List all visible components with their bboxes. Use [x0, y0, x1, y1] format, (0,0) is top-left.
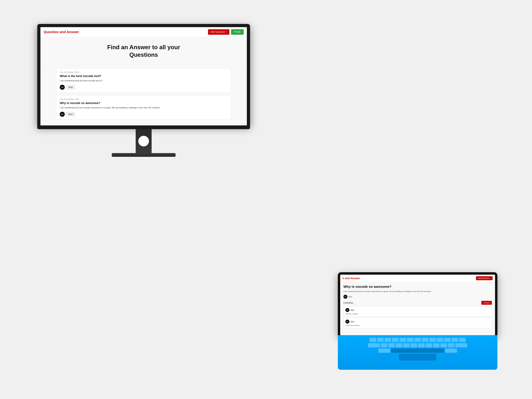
- answer-avatar-icon: </>: [345, 308, 349, 312]
- tablet-content: Why is nocode so awesome? I am wondering…: [340, 282, 495, 335]
- key: [403, 343, 410, 347]
- key: [381, 343, 387, 347]
- key: [440, 343, 447, 347]
- tablet-frame: n and Answer Add Question + Why is nocod…: [338, 272, 497, 335]
- tablet-author-name: Noel: [348, 296, 352, 298]
- answer-author-name: Noel: [350, 321, 354, 323]
- key: [429, 338, 436, 342]
- answers-count: 2 Answers: [343, 302, 353, 304]
- question-body: I am wondering why the nocode movement i…: [60, 106, 228, 109]
- question-body: I am wondering what the best nocode tool…: [60, 79, 228, 82]
- answer-author-row: </> Noel: [345, 308, 490, 312]
- question-author: </> Noel: [60, 112, 228, 117]
- profile-button[interactable]: Profile: [231, 29, 244, 35]
- author-name: Noel: [66, 112, 75, 116]
- tablet-question-title: Why is nocode so awesome?: [343, 285, 492, 289]
- key: [433, 343, 440, 347]
- answer-card: </> Noel Nocode is great!: [343, 306, 492, 317]
- key: [396, 343, 402, 347]
- desktop-hero: Find an Answer to all your Questions: [40, 37, 247, 65]
- monitor-frame: Question and Answer Add Question + Profi…: [37, 24, 250, 125]
- key: [370, 338, 376, 342]
- question-card[interactable]: Thu 31 October, 2019 What is the best no…: [56, 68, 231, 93]
- author-name: Noel: [66, 85, 75, 89]
- key: [418, 343, 425, 347]
- question-title: Why is nocode so awesome?: [60, 101, 228, 105]
- key: [451, 338, 458, 342]
- tablet-device: n and Answer Add Question + Why is nocod…: [338, 272, 497, 370]
- keyboard-row-2: [341, 343, 494, 347]
- answer-text: I also love nocode: [345, 324, 490, 326]
- author-avatar-icon: </>: [60, 85, 65, 90]
- monitor-bezel-bottom: [37, 125, 250, 129]
- question-author: </> Noel: [60, 85, 228, 90]
- hero-heading: Find an Answer to all your Questions: [44, 43, 244, 58]
- key: [388, 343, 395, 347]
- key: [399, 338, 406, 342]
- key: [422, 338, 428, 342]
- tablet-navbar: n and Answer Add Question +: [340, 275, 495, 282]
- question-date: Thu 31 October, 2019: [60, 71, 228, 73]
- keyboard-row-3: [341, 348, 494, 353]
- desktop-monitor: Question and Answer Add Question + Profi…: [37, 24, 250, 157]
- tablet-author-avatar-icon: </>: [343, 295, 347, 299]
- answer-author-row: </> Noel: [345, 320, 490, 323]
- question-title: What is the best nocode tool?: [60, 74, 228, 78]
- key: [378, 348, 390, 353]
- key: [444, 338, 451, 342]
- key: [385, 338, 391, 342]
- key: [459, 338, 466, 342]
- keyboard-row-1: [341, 338, 494, 342]
- key: [377, 338, 384, 342]
- monitor-neck: [136, 129, 152, 153]
- key: [448, 343, 455, 347]
- key: [425, 343, 432, 347]
- key: [455, 343, 467, 347]
- monitor-screen: Question and Answer Add Question + Profi…: [40, 27, 247, 125]
- tablet-question-author: </> Noel: [343, 295, 492, 299]
- keyboard-keys: [338, 335, 497, 361]
- add-question-button[interactable]: Add Question +: [208, 29, 229, 35]
- navbar-buttons: Add Question + Profile: [208, 29, 244, 35]
- answer-avatar-icon: </>: [345, 320, 349, 323]
- answer-button[interactable]: Answer: [481, 301, 492, 305]
- answer-card: </> Noel I also love nocode: [343, 318, 492, 328]
- tablet-question-body: I am wondering why the nocode movement i…: [343, 290, 492, 293]
- key: [368, 343, 380, 347]
- desktop-questions-list: Thu 31 October, 2019 What is the best no…: [40, 65, 247, 125]
- key: [392, 338, 399, 342]
- tablet-brand: n and Answer: [343, 277, 360, 280]
- spacebar-key[interactable]: [391, 348, 444, 353]
- desktop-navbar: Question and Answer Add Question + Profi…: [40, 27, 247, 37]
- key: [411, 343, 417, 347]
- answer-author-name: Noel: [350, 309, 354, 311]
- keyboard-touchpad[interactable]: [399, 354, 436, 361]
- key: [407, 338, 413, 342]
- answer-text: Nocode is great!: [345, 313, 490, 315]
- question-date: Thu 31 October, 2019: [60, 98, 228, 100]
- tablet-keyboard: [338, 335, 497, 370]
- tablet-add-question-button[interactable]: Add Question +: [476, 276, 493, 280]
- monitor-base: [112, 153, 176, 157]
- author-avatar-icon: </>: [60, 112, 65, 117]
- desktop-brand: Question and Answer: [44, 30, 79, 34]
- answers-header: 2 Answers Answer: [343, 301, 492, 305]
- scene: Question and Answer Add Question + Profi…: [27, 13, 505, 386]
- question-card[interactable]: Thu 31 October, 2019 Why is nocode so aw…: [56, 95, 231, 120]
- key: [414, 338, 421, 342]
- key: [445, 348, 457, 353]
- tablet-screen: n and Answer Add Question + Why is nocod…: [340, 275, 495, 335]
- key: [437, 338, 443, 342]
